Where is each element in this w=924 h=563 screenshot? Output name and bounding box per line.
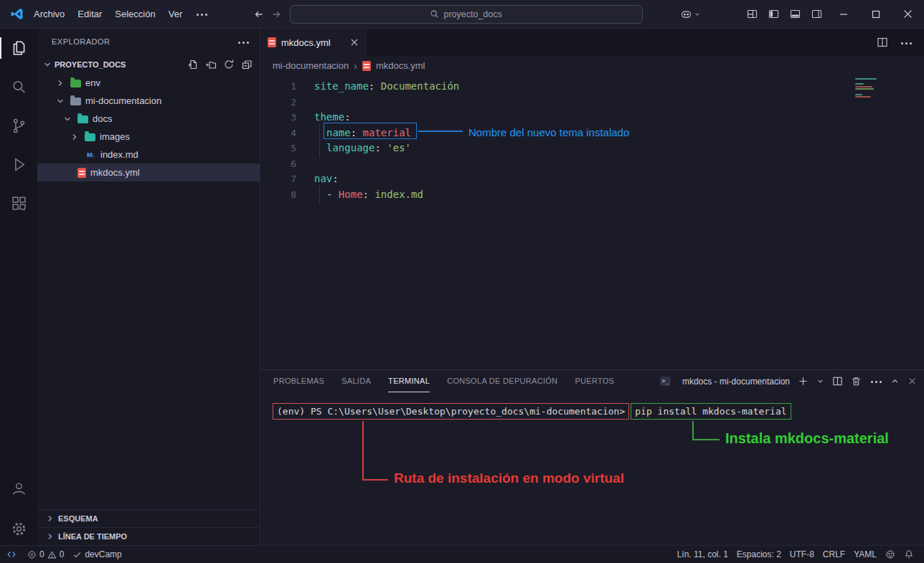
notifications-bell-icon[interactable] xyxy=(900,549,918,559)
code-text: nav: xyxy=(296,171,339,187)
terminal-area[interactable]: (env) PS C:\Users\User\Desktop\proyecto_… xyxy=(260,392,924,545)
maximize-panel-icon[interactable] xyxy=(890,377,900,386)
minimap[interactable] xyxy=(855,78,884,99)
sidebar-title: EXPLORADOR xyxy=(52,37,110,46)
annotation-text-red: Ruta de instalación en modo virtual xyxy=(394,470,624,486)
close-tab-icon[interactable] xyxy=(350,38,359,47)
titlebar: Archivo Editar Selección Ver proyecto_do… xyxy=(0,0,924,29)
tree-item-mkdocs-yml[interactable]: mkdocs.yml xyxy=(37,164,260,181)
branch-status[interactable]: devCamp xyxy=(68,546,126,563)
section-esquema[interactable]: ESQUEMA xyxy=(37,509,260,527)
line-number: 4 xyxy=(260,126,296,141)
menu-ver[interactable]: Ver xyxy=(162,5,189,24)
new-folder-icon[interactable] xyxy=(205,59,217,70)
tab-label: mkdocs.yml xyxy=(281,37,331,48)
check-icon xyxy=(72,550,82,559)
section-linea-de-tiempo[interactable]: LÍNEA DE TIEMPO xyxy=(37,527,260,545)
terminal-dropdown-icon[interactable] xyxy=(816,377,824,385)
problems-status[interactable]: 0 0 xyxy=(23,546,68,563)
kill-terminal-icon[interactable] xyxy=(851,376,862,387)
tree-item-env[interactable]: env xyxy=(37,74,260,92)
annotation-line-green xyxy=(692,421,694,440)
activity-source-control-icon[interactable] xyxy=(0,106,37,145)
close-window-button[interactable] xyxy=(892,0,924,29)
editor-more-icon[interactable] xyxy=(900,37,913,48)
feedback-smiley-icon[interactable] xyxy=(881,549,900,559)
line-number: 5 xyxy=(260,141,296,156)
code-text: - Home: index.md xyxy=(296,187,423,203)
tab-problemas[interactable]: PROBLEMAS xyxy=(273,370,324,392)
menu-editar[interactable]: Editar xyxy=(71,5,108,24)
tab-salida[interactable]: SALIDA xyxy=(341,370,371,392)
tree-item-label: images xyxy=(100,131,130,142)
split-editor-icon[interactable] xyxy=(877,37,888,48)
toggle-secondary-sidebar-icon[interactable] xyxy=(806,4,827,24)
settings-gear-icon[interactable] xyxy=(0,512,37,545)
bottom-panel: PROBLEMAS SALIDA TERMINAL CONSOLA DE DEP… xyxy=(260,369,924,545)
language-mode-status[interactable]: YAML xyxy=(849,549,881,559)
activity-run-debug-icon[interactable] xyxy=(0,145,37,184)
close-panel-icon[interactable] xyxy=(908,377,917,386)
command-search-box[interactable]: proyecto_docs xyxy=(290,5,643,24)
tab-consola-depuracion[interactable]: CONSOLA DE DEPURACIÓN xyxy=(447,370,557,392)
branch-label: devCamp xyxy=(85,549,121,559)
remote-indicator-icon[interactable] xyxy=(0,546,23,563)
menu-more-icon[interactable] xyxy=(189,5,214,24)
explorer-more-icon[interactable] xyxy=(237,37,250,46)
chevron-down-icon xyxy=(62,113,73,125)
breadcrumb-folder[interactable]: mi-documentacion xyxy=(273,60,349,71)
chevron-right-icon xyxy=(69,131,80,143)
folder-icon xyxy=(70,80,81,87)
tab-puertos[interactable]: PUERTOS xyxy=(575,370,614,392)
error-icon xyxy=(27,550,37,559)
tree-item-images[interactable]: images xyxy=(37,128,260,146)
forward-arrow-icon[interactable] xyxy=(271,9,283,20)
tab-terminal[interactable]: TERMINAL xyxy=(388,370,430,392)
yaml-file-icon xyxy=(362,61,371,71)
terminal-session-label[interactable]: mkdocs - mi-documentacion xyxy=(682,377,790,387)
cursor-position-status[interactable]: Lín. 11, col. 1 xyxy=(673,549,732,559)
chevron-down-icon xyxy=(694,11,701,18)
tab-mkdocs-yml[interactable]: mkdocs.yml xyxy=(260,29,367,56)
encoding-status[interactable]: UTF-8 xyxy=(786,549,819,559)
tree-item-label: mi-documentacion xyxy=(85,95,161,106)
search-icon xyxy=(430,9,439,19)
customize-layout-icon[interactable] xyxy=(741,4,763,24)
activity-extensions-icon[interactable] xyxy=(0,184,37,222)
toggle-panel-icon[interactable] xyxy=(784,4,806,24)
maximize-button[interactable] xyxy=(859,0,892,29)
collapse-all-icon[interactable] xyxy=(241,59,253,70)
copilot-icon[interactable] xyxy=(680,8,701,20)
folder-open-icon xyxy=(70,98,81,105)
tree-item-docs[interactable]: docs xyxy=(37,110,260,128)
chevron-down-icon xyxy=(42,59,53,70)
minimize-button[interactable] xyxy=(827,0,859,29)
activity-explorer-icon[interactable] xyxy=(0,29,37,67)
menu-archivo[interactable]: Archivo xyxy=(27,5,71,24)
refresh-icon[interactable] xyxy=(223,59,235,70)
breadcrumb-file[interactable]: mkdocs.yml xyxy=(376,60,425,71)
activity-search-icon[interactable] xyxy=(0,67,37,106)
eol-status[interactable]: CRLF xyxy=(819,549,849,559)
new-terminal-icon[interactable] xyxy=(798,376,808,387)
annotation-connector-line xyxy=(418,131,463,132)
new-file-icon[interactable] xyxy=(187,59,199,70)
breadcrumb: mi-documentacion › mkdocs.yml xyxy=(260,56,924,75)
tree-item-mi-documentacion[interactable]: mi-documentacion xyxy=(37,92,260,110)
tree-item-index-md[interactable]: M↓ index.md xyxy=(37,146,260,164)
terminal-command-line: (env) PS C:\Users\User\Desktop\proyecto_… xyxy=(273,403,791,420)
line-number: 6 xyxy=(260,156,296,172)
line-number: 1 xyxy=(260,79,296,95)
panel-more-icon[interactable] xyxy=(869,376,882,387)
section-proyecto-docs[interactable]: PROYECTO_DOCS xyxy=(37,55,260,74)
yaml-file-icon xyxy=(268,37,276,47)
line-number: 8 xyxy=(260,187,296,203)
toggle-primary-sidebar-icon[interactable] xyxy=(763,4,784,24)
account-icon[interactable] xyxy=(0,469,37,508)
code-editor[interactable]: 1site_name: Documentación 2 3theme: 4nam… xyxy=(260,75,924,369)
back-arrow-icon[interactable] xyxy=(253,9,264,20)
indentation-status[interactable]: Espacios: 2 xyxy=(732,549,786,559)
menu-seleccion[interactable]: Selección xyxy=(108,5,161,24)
tab-bar: mkdocs.yml xyxy=(260,29,924,56)
split-terminal-icon[interactable] xyxy=(832,376,843,387)
